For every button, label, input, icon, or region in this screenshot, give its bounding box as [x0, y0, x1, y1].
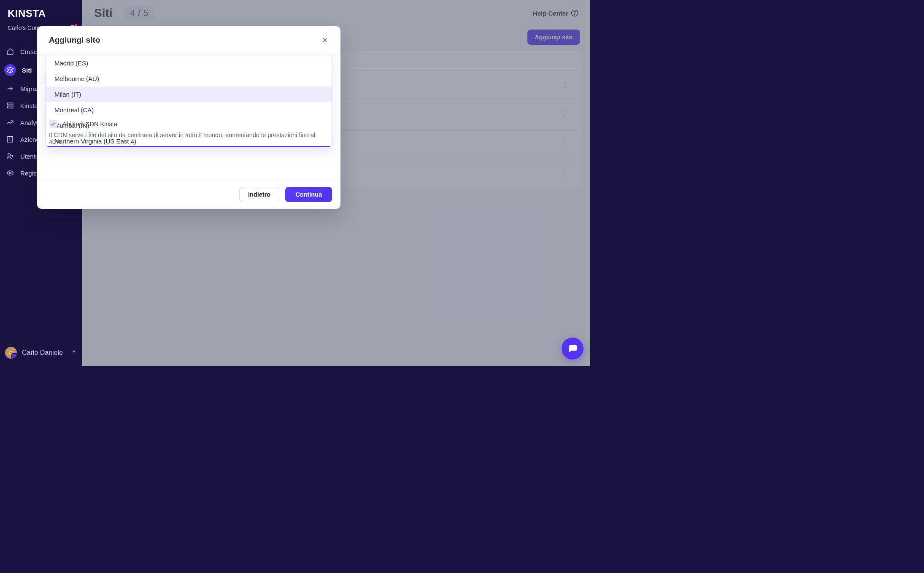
cdn-checkbox[interactable] — [49, 120, 57, 128]
modal-header: Aggiungi sito — [37, 26, 340, 54]
user-plus-icon — [6, 152, 14, 160]
chat-icon — [567, 343, 578, 354]
home-icon — [6, 47, 14, 56]
datacenter-option[interactable]: Madrid (ES) — [46, 55, 332, 71]
sidebar-item-label: Siti — [22, 67, 32, 74]
modal-footer: Indietro Continua — [37, 181, 340, 209]
cdn-description: Il CDN serve i file del sito da centinai… — [49, 132, 329, 145]
user-name: Carlo Daniele — [22, 349, 63, 357]
cdn-checkbox-label[interactable]: Abilita il CDN Kinsta — [62, 121, 117, 127]
building-icon — [6, 135, 14, 143]
svg-rect-1 — [7, 103, 13, 105]
chevron-up-icon: ⌃ — [71, 349, 76, 356]
svg-point-5 — [9, 172, 11, 174]
modal-body: Madrid (ES) Melbourne (AU) Milan (IT) Mo… — [37, 54, 340, 181]
modal-title: Aggiungi sito — [49, 35, 100, 45]
user-menu[interactable]: 🙂 Carlo Daniele ⌃ — [0, 341, 82, 366]
server-icon — [6, 101, 14, 110]
sidebar-item-label: Utenti — [20, 153, 37, 160]
svg-rect-2 — [7, 106, 13, 108]
avatar: 🙂 — [5, 347, 17, 359]
continue-button[interactable]: Continua — [285, 187, 332, 202]
svg-marker-0 — [7, 67, 13, 70]
cdn-section: Abilita il CDN Kinsta Il CDN serve i fil… — [49, 120, 329, 145]
svg-rect-3 — [8, 136, 13, 142]
chat-widget-button[interactable] — [562, 338, 584, 359]
close-icon[interactable] — [321, 36, 329, 44]
datacenter-option[interactable]: Montreal (CA) — [46, 102, 332, 118]
back-button[interactable]: Indietro — [239, 187, 279, 202]
layers-icon — [4, 64, 16, 76]
datacenter-option-selected[interactable]: Milan (IT) — [46, 86, 332, 102]
svg-point-4 — [8, 154, 11, 156]
eye-icon — [6, 169, 14, 177]
brand-logo: KINSTA — [0, 0, 82, 22]
add-site-modal: Aggiungi sito Madrid (ES) Melbourne (AU)… — [37, 26, 340, 209]
migration-icon — [6, 84, 14, 93]
datacenter-option[interactable]: Melbourne (AU) — [46, 71, 332, 86]
trend-icon — [6, 118, 14, 127]
